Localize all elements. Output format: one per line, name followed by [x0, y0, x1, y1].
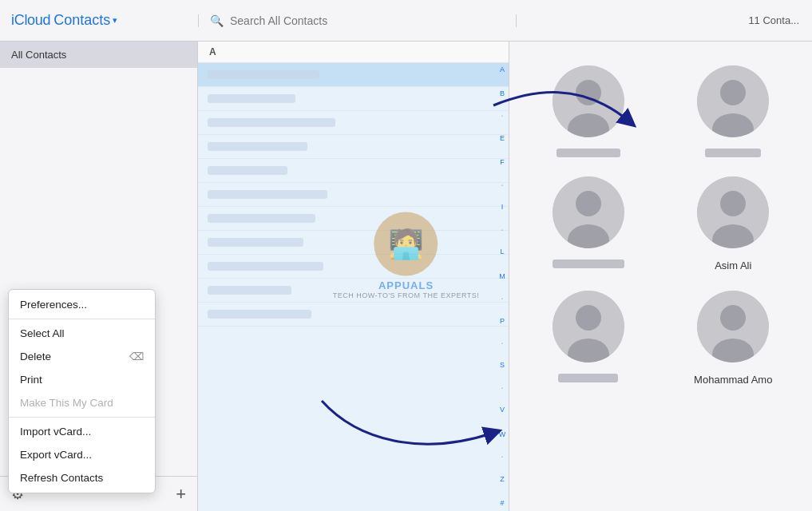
alpha-letter[interactable]: P [500, 318, 505, 326]
contact-card-2 [671, 65, 797, 157]
main-area: All Contacts Preferences... Select All D… [0, 42, 812, 511]
contact-name-mohammad-amo: Mohammad Amo [694, 374, 772, 386]
table-row[interactable] [198, 87, 509, 111]
table-row[interactable] [198, 255, 509, 279]
alpha-letter[interactable]: • [501, 342, 503, 347]
context-menu: Preferences... Select All Delete ⌫ Print… [8, 289, 156, 493]
svg-point-1 [576, 80, 601, 105]
contact-name-placeholder [558, 374, 618, 382]
menu-item-make-my-card: Make This My Card [9, 391, 155, 414]
add-contact-icon[interactable]: + [176, 484, 186, 505]
menu-item-print[interactable]: Print [9, 368, 155, 391]
alpha-letter[interactable]: E [500, 135, 505, 143]
table-row[interactable] [198, 183, 509, 207]
menu-separator-2 [9, 417, 155, 418]
avatar [553, 176, 624, 248]
menu-item-select-all[interactable]: Select All [9, 322, 155, 345]
search-icon: 🔍 [210, 14, 224, 27]
contacts-list-section-header: A [198, 42, 509, 63]
menu-item-import-vcard[interactable]: Import vCard... [9, 420, 155, 443]
alpha-letter[interactable]: • [501, 228, 503, 233]
avatar [697, 65, 769, 137]
svg-point-7 [576, 191, 601, 216]
contact-card-5 [525, 291, 652, 386]
search-bar[interactable]: 🔍 [198, 14, 517, 27]
contact-card-1 [525, 65, 652, 157]
alpha-letter[interactable]: Z [500, 476, 505, 484]
alpha-letter[interactable]: A [500, 66, 505, 74]
delete-backspace-icon: ⌫ [129, 351, 144, 362]
icloud-logo: iCloud [11, 12, 50, 29]
sidebar-item-all-contacts[interactable]: All Contacts [0, 42, 197, 68]
contacts-list-body[interactable]: AB•EF•I•LM•P•S•VW•Z# [198, 63, 509, 511]
alphabet-index[interactable]: AB•EF•I•LM•P•S•VW•Z# [496, 63, 509, 511]
contact-name-placeholder [553, 259, 624, 268]
menu-separator-1 [9, 319, 155, 319]
menu-item-preferences[interactable]: Preferences... [9, 293, 155, 316]
table-row[interactable] [198, 303, 509, 327]
avatar [553, 65, 624, 137]
search-input[interactable] [230, 14, 505, 27]
chevron-down-icon: ▾ [113, 15, 117, 26]
contact-card-mohammad-amo: Mohammad Amo [671, 291, 797, 386]
icloud-text: iCloud [11, 12, 50, 28]
contacts-label: Contacts [53, 12, 110, 29]
contact-name-asim-ali: Asim Ali [715, 259, 751, 271]
svg-point-13 [576, 305, 601, 331]
table-row[interactable] [198, 159, 509, 183]
app-branding: iCloud Contacts ▾ [0, 12, 198, 29]
alpha-letter[interactable]: I [501, 204, 504, 212]
table-row[interactable] [198, 111, 509, 135]
avatar [697, 291, 769, 362]
table-row[interactable] [198, 135, 509, 159]
avatar [697, 176, 769, 248]
contact-card-asim-ali: Asim Ali [671, 176, 797, 271]
sidebar: All Contacts Preferences... Select All D… [0, 42, 198, 511]
contacts-count: 11 Conta... [517, 14, 812, 26]
alpha-letter[interactable]: • [501, 114, 503, 119]
top-bar: iCloud Contacts ▾ 🔍 11 Conta... [0, 0, 812, 42]
contact-card-3 [525, 176, 652, 271]
menu-item-refresh-contacts[interactable]: Refresh Contacts [9, 466, 155, 489]
alpha-letter[interactable]: W [499, 431, 506, 439]
svg-point-10 [720, 191, 746, 216]
alpha-letter[interactable]: V [500, 406, 505, 414]
table-row[interactable] [198, 231, 509, 255]
contacts-detail: Asim Ali [509, 42, 812, 511]
alpha-letter[interactable]: F [500, 159, 505, 167]
menu-item-export-vcard[interactable]: Export vCard... [9, 443, 155, 466]
alpha-letter[interactable]: B [500, 90, 505, 98]
alpha-letter[interactable]: • [501, 386, 503, 391]
table-row[interactable] [198, 63, 509, 87]
contact-name-placeholder [705, 149, 761, 157]
alpha-letter[interactable]: • [501, 297, 503, 302]
avatar [553, 291, 624, 362]
alpha-letter[interactable]: • [501, 455, 503, 460]
alpha-letter[interactable]: • [501, 184, 503, 188]
alpha-letter[interactable]: L [500, 248, 504, 256]
table-row[interactable] [198, 207, 509, 231]
table-row[interactable] [198, 279, 509, 303]
detail-grid: Asim Ali [525, 65, 796, 386]
alpha-letter[interactable]: S [500, 362, 505, 370]
svg-point-4 [720, 80, 746, 105]
alpha-letter[interactable]: # [500, 500, 504, 508]
svg-point-16 [720, 305, 746, 331]
contacts-list: A [198, 42, 509, 511]
menu-item-delete[interactable]: Delete ⌫ [9, 345, 155, 368]
contacts-dropdown[interactable]: Contacts ▾ [53, 12, 117, 29]
contact-name-placeholder [557, 149, 620, 157]
alpha-letter[interactable]: M [499, 273, 505, 281]
